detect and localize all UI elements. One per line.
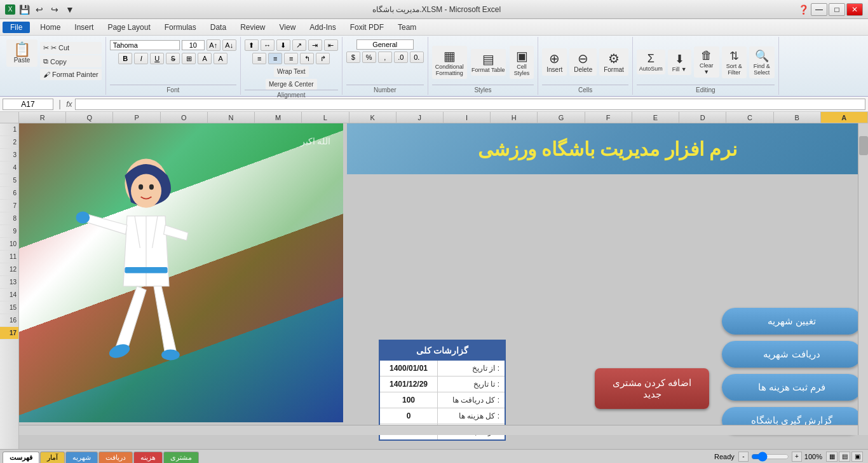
col-n[interactable]: N [208, 112, 255, 123]
col-r[interactable]: R [19, 112, 66, 123]
save-qat-button[interactable]: 💾 [18, 3, 31, 16]
tab-hazineh[interactable]: هزینه [133, 452, 163, 463]
font-name-input[interactable] [110, 40, 180, 50]
col-k[interactable]: K [349, 112, 397, 123]
col-d[interactable]: D [679, 112, 726, 123]
row-5[interactable]: 5 [0, 174, 18, 187]
copy-button[interactable]: ⧉ Copy [40, 55, 102, 67]
col-e[interactable]: E [632, 112, 679, 123]
delete-cells-button[interactable]: ⊖ Delete [569, 48, 597, 76]
bold-button[interactable]: B [118, 53, 132, 64]
insert-menu-item[interactable]: Insert [68, 22, 100, 33]
receive-fee-button[interactable]: دریافت شهریه [722, 341, 862, 368]
maximize-button[interactable]: □ [829, 3, 845, 16]
horizontal-scrollbar[interactable] [19, 425, 858, 435]
zoom-slider[interactable] [751, 452, 789, 462]
rtl-button[interactable]: ↰ [300, 53, 314, 64]
cell-reference-input[interactable] [3, 99, 53, 110]
row-3[interactable]: 3 [0, 149, 18, 162]
col-c[interactable]: C [726, 112, 773, 123]
align-bottom-button[interactable]: ⬇ [276, 39, 290, 51]
col-i[interactable]: I [444, 112, 491, 123]
formulas-menu-item[interactable]: Formulas [158, 22, 203, 33]
insert-cells-button[interactable]: ⊕ Insert [542, 48, 567, 76]
cut-button[interactable]: ✂ ✂ Cut [40, 42, 102, 54]
align-center-button[interactable]: ≡ [268, 53, 282, 64]
col-b[interactable]: B [774, 112, 821, 123]
col-h[interactable]: H [491, 112, 538, 123]
orientation-button[interactable]: ↗ [292, 39, 306, 51]
add-customer-button[interactable]: اضافه کردن مشتری جدید [595, 368, 709, 409]
row-6[interactable]: 6 [0, 187, 18, 200]
undo-button[interactable]: ↩ [33, 3, 46, 16]
tab-fehrest[interactable]: فهرست [3, 452, 39, 463]
align-right-button[interactable]: ≡ [284, 53, 298, 64]
col-a[interactable]: A [821, 112, 868, 123]
merge-center-button[interactable]: Merge & Center [266, 79, 317, 90]
indent-less-button[interactable]: ⇤ [324, 39, 338, 51]
col-m[interactable]: M [255, 112, 302, 123]
row-9[interactable]: 9 [0, 225, 18, 238]
number-format-input[interactable] [356, 39, 414, 50]
wrap-text-button[interactable]: Wrap Text [274, 66, 309, 77]
foxit-menu-item[interactable]: Foxit PDF [344, 22, 390, 33]
scrollbar-thumb-v[interactable] [859, 136, 868, 155]
col-g[interactable]: G [538, 112, 585, 123]
italic-button[interactable]: I [134, 53, 148, 64]
find-select-button[interactable]: 🔍 Find & Select [749, 46, 775, 78]
font-grow-button[interactable]: A↑ [207, 39, 220, 51]
row-2[interactable]: 2 [0, 136, 18, 149]
file-menu-button[interactable]: File [3, 22, 30, 33]
row-10[interactable]: 10 [0, 238, 18, 251]
home-menu-item[interactable]: Home [34, 22, 67, 33]
col-f[interactable]: F [585, 112, 632, 123]
font-color-button[interactable]: A [214, 53, 227, 64]
team-menu-item[interactable]: Team [391, 22, 423, 33]
qat-dropdown-button[interactable]: ▼ [64, 3, 76, 16]
page-layout-view-button[interactable]: ▤ [839, 452, 850, 462]
align-left-button[interactable]: ≡ [252, 53, 266, 64]
page-layout-menu-item[interactable]: Page Layout [101, 22, 156, 33]
indent-more-button[interactable]: ⇥ [308, 39, 322, 51]
review-menu-item[interactable]: Review [234, 22, 271, 33]
data-menu-item[interactable]: Data [204, 22, 233, 33]
fill-button[interactable]: ⬇ Fill ▼ [668, 50, 691, 75]
row-17[interactable]: 17 [0, 327, 18, 340]
format-table-button[interactable]: ▤ Format Table [471, 49, 506, 76]
close-button[interactable]: ✕ [846, 3, 863, 16]
normal-view-button[interactable]: ▦ [826, 452, 837, 462]
row-14[interactable]: 14 [0, 289, 18, 301]
register-expense-button[interactable]: فرم ثبت هزینه ها [722, 374, 862, 401]
col-q[interactable]: Q [66, 112, 113, 123]
tab-shahrieh[interactable]: شهریه [65, 452, 98, 463]
page-break-view-button[interactable]: ▣ [851, 452, 863, 462]
sheet-content[interactable]: الله اکبر نرم افزار مدیریت باشگاه ورزشی … [19, 123, 868, 449]
view-menu-item[interactable]: View [273, 22, 302, 33]
underline-button[interactable]: U [150, 53, 164, 64]
border-button[interactable]: ⊞ [182, 53, 196, 64]
font-size-input[interactable] [182, 40, 205, 50]
row-12[interactable]: 12 [0, 263, 18, 276]
decimal-down-button[interactable]: 0. [410, 52, 424, 63]
comma-button[interactable]: , [378, 52, 392, 63]
formula-input[interactable] [75, 99, 866, 110]
row-1[interactable]: 1 [0, 123, 18, 136]
row-11[interactable]: 11 [0, 251, 18, 263]
tab-moshtari[interactable]: مشتری [163, 452, 199, 463]
minimize-button[interactable]: — [811, 3, 827, 16]
percent-button[interactable]: % [362, 52, 376, 63]
align-middle-button[interactable]: ↔ [261, 39, 275, 51]
align-top-button[interactable]: ⬆ [245, 39, 259, 51]
row-8[interactable]: 8 [0, 212, 18, 225]
row-15[interactable]: 15 [0, 301, 18, 314]
row-16[interactable]: 16 [0, 314, 18, 327]
row-7[interactable]: 7 [0, 200, 18, 212]
autosum-button[interactable]: Σ AutoSum [637, 50, 665, 74]
conditional-formatting-button[interactable]: ▦ Conditional Formatting [432, 46, 467, 79]
paste-button[interactable]: 📋 Paste [6, 39, 37, 67]
row-13[interactable]: 13 [0, 276, 18, 289]
help-button[interactable]: ❓ [797, 3, 810, 16]
tab-daryaft[interactable]: دریافت [98, 452, 133, 463]
vertical-scrollbar[interactable] [858, 123, 868, 435]
strikethrough-button[interactable]: S̶ [166, 53, 180, 64]
